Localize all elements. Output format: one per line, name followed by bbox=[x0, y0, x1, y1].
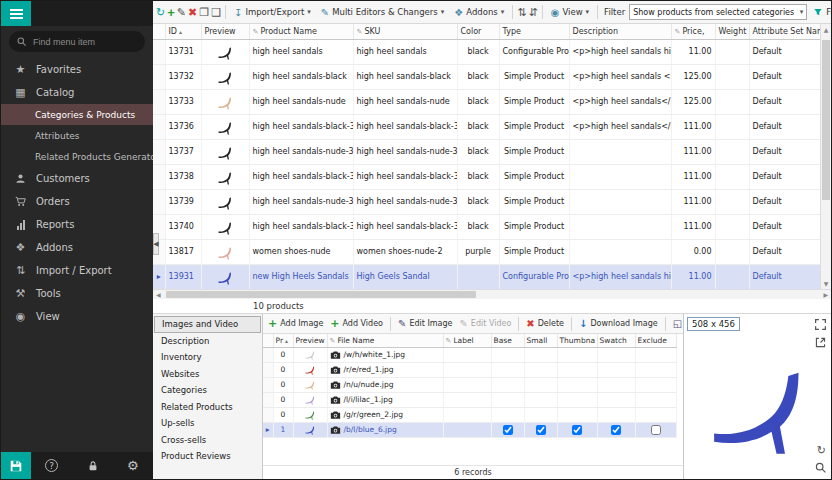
category-filter-select[interactable]: Show products from selected categories ▾ bbox=[629, 4, 807, 20]
horizontal-scrollbar[interactable]: ◀ ▶ bbox=[153, 289, 831, 299]
product-row[interactable]: 13817 women shoes-nude women shoes-nude-… bbox=[153, 239, 822, 264]
header-preview[interactable]: Preview bbox=[201, 24, 249, 39]
tab-description[interactable]: Description bbox=[153, 333, 262, 350]
image-row[interactable]: 0 /g/r/green_2.jpg bbox=[263, 407, 676, 422]
header-preview[interactable]: Preview bbox=[293, 334, 327, 347]
scroll-left-arrow[interactable]: ◀ bbox=[156, 291, 161, 298]
refresh-button[interactable]: ↻ bbox=[156, 4, 165, 21]
tab-websites[interactable]: Websites bbox=[153, 366, 262, 383]
addons-dropdown[interactable]: ❖ Addons ▾ bbox=[450, 6, 508, 19]
sidebar-item-import-export[interactable]: ⇅ Import / Export bbox=[1, 259, 153, 282]
settings-gear-icon[interactable]: ⚙ bbox=[127, 458, 139, 473]
view-dropdown[interactable]: ◉ View ▾ bbox=[547, 6, 593, 19]
swatch-checkbox[interactable] bbox=[611, 425, 621, 435]
sidebar-item-categories-products[interactable]: Categories & Products bbox=[1, 104, 153, 125]
sidebar-item-customers[interactable]: Customers bbox=[1, 167, 153, 190]
edit-image-button[interactable]: ✎ Edit Image bbox=[396, 318, 454, 329]
paste-button[interactable]: ❑ bbox=[211, 4, 221, 21]
product-row[interactable]: 13738 high heel sandals-black-37 high he… bbox=[153, 164, 822, 189]
product-row[interactable]: 13733 high heel sandals-nude high heel s… bbox=[153, 89, 822, 114]
tab-product-reviews[interactable]: Product Reviews bbox=[153, 448, 262, 465]
sort-ascending-button[interactable]: ⇅ bbox=[517, 4, 526, 21]
multi-editors-dropdown[interactable]: ✎ Multi Editors & Changers ▾ bbox=[317, 6, 448, 19]
tab-up-sells[interactable]: Up-sells bbox=[153, 415, 262, 432]
product-row-selected[interactable]: ▸ 13931 new High Heels Sandals High Geel… bbox=[153, 264, 822, 289]
header-weight[interactable]: Weight bbox=[715, 24, 749, 39]
product-row[interactable]: 13740 high heel sandals-black-38 high he… bbox=[153, 214, 822, 239]
add-product-button[interactable]: + bbox=[167, 4, 175, 21]
set-resize-rule-dropdown[interactable]: ◱ Set Resize Rule ▾ bbox=[671, 318, 683, 329]
lock-icon[interactable] bbox=[87, 460, 99, 472]
sidebar-item-related-products-generator[interactable]: Related Products Generator bbox=[1, 146, 153, 167]
tab-related-products[interactable]: Related Products bbox=[153, 399, 262, 416]
image-row[interactable]: 0 /l/i/lilac_1.jpg bbox=[263, 392, 676, 407]
header-file-name[interactable]: ✎File Name bbox=[327, 334, 443, 347]
tab-cross-sells[interactable]: Cross-sells bbox=[153, 432, 262, 449]
delete-product-button[interactable]: ✖ bbox=[188, 4, 197, 21]
header-small[interactable]: Small bbox=[524, 334, 557, 347]
header-color[interactable]: Color bbox=[457, 24, 499, 39]
delete-image-button[interactable]: ✖ Delete bbox=[524, 318, 566, 329]
panel-collapse-handle[interactable]: ◀ bbox=[153, 233, 159, 255]
expand-icon[interactable] bbox=[814, 318, 827, 331]
sidebar-item-orders[interactable]: Orders bbox=[1, 190, 153, 213]
sidebar-item-view[interactable]: ◉ View bbox=[1, 305, 153, 328]
add-video-button[interactable]: + Add Video bbox=[328, 317, 385, 330]
header-type[interactable]: Type bbox=[499, 24, 569, 39]
sidebar-item-reports[interactable]: Reports bbox=[1, 213, 153, 236]
sidebar-item-addons[interactable]: ❖ Addons bbox=[1, 236, 153, 259]
tab-categories[interactable]: Categories bbox=[153, 382, 262, 399]
zoom-icon[interactable] bbox=[814, 461, 827, 474]
edit-product-button[interactable]: ✎ bbox=[177, 4, 186, 21]
header-exclude[interactable]: Exclude bbox=[635, 334, 676, 347]
copy-button[interactable]: ❐ bbox=[199, 4, 209, 21]
header-base[interactable]: Base bbox=[491, 334, 524, 347]
menu-toggle-button[interactable] bbox=[1, 1, 31, 26]
open-external-icon[interactable] bbox=[814, 336, 827, 349]
exclude-checkbox[interactable] bbox=[651, 425, 661, 435]
header-attribute-set[interactable]: Attribute Set Name bbox=[749, 24, 822, 39]
sort-descending-button[interactable]: ⇵ bbox=[528, 4, 537, 21]
header-price[interactable]: ✎Price, bbox=[671, 24, 715, 39]
product-row[interactable]: 13736 high heel sandals-black-36 high he… bbox=[153, 114, 822, 139]
small-checkbox[interactable] bbox=[536, 425, 546, 435]
image-row[interactable]: 0 /n/u/nude.jpg bbox=[263, 377, 676, 392]
header-swatch[interactable]: Swatch bbox=[597, 334, 635, 347]
edit-video-button[interactable]: ✎ Edit Video bbox=[457, 318, 513, 329]
image-row[interactable]: 0 /r/e/red_1.jpg bbox=[263, 362, 676, 377]
download-image-button[interactable]: ↓ Download Image bbox=[577, 318, 660, 329]
sidebar-item-attributes[interactable]: Attributes bbox=[1, 125, 153, 146]
filters-button[interactable]: Filters ▾ bbox=[809, 6, 831, 18]
sidebar-item-tools[interactable]: ⚒ Tools bbox=[1, 282, 153, 305]
vertical-scroll-thumb[interactable] bbox=[822, 40, 830, 200]
sidebar-item-favorites[interactable]: ★ Favorites bbox=[1, 58, 153, 81]
product-row[interactable]: 13732 high heel sandals-black high heel … bbox=[153, 64, 822, 89]
tab-inventory[interactable]: Inventory bbox=[153, 349, 262, 366]
product-row[interactable]: 13737 high heel sandals-nude-36 high hee… bbox=[153, 139, 822, 164]
header-thumbnail[interactable]: Thumbna bbox=[557, 334, 597, 347]
tab-images-and-video[interactable]: Images and Video bbox=[154, 316, 261, 333]
help-icon[interactable]: ? bbox=[45, 459, 58, 472]
header-product-name[interactable]: ✎Product Name bbox=[249, 24, 353, 39]
add-image-button[interactable]: + Add Image bbox=[266, 317, 325, 330]
header-sku[interactable]: ✎SKU bbox=[353, 24, 457, 39]
image-row[interactable]: 0 /w/h/white_1.jpg bbox=[263, 347, 676, 362]
base-checkbox[interactable] bbox=[503, 425, 513, 435]
header-description[interactable]: Description bbox=[569, 24, 671, 39]
header-priority[interactable]: Pr▴ bbox=[273, 334, 293, 347]
product-row[interactable]: 13739 high heel sandals-nude-37 high hee… bbox=[153, 189, 822, 214]
horizontal-scroll-thumb[interactable] bbox=[166, 291, 476, 298]
product-row[interactable]: 13731 high heel sandals high heel sandal… bbox=[153, 39, 822, 64]
header-id[interactable]: ID▴ bbox=[165, 24, 201, 39]
scroll-up-arrow[interactable]: ▲ bbox=[824, 26, 829, 33]
scroll-down-arrow[interactable]: ▼ bbox=[824, 280, 829, 287]
image-row-selected[interactable]: ▸ 1 /b/l/blue_6.jpg bbox=[263, 422, 676, 437]
sidebar-item-catalog[interactable]: ▦ Catalog bbox=[1, 81, 153, 104]
refresh-preview-icon[interactable]: ↻ bbox=[817, 444, 826, 457]
header-label[interactable]: ✎Label bbox=[443, 334, 491, 347]
save-button[interactable] bbox=[1, 452, 31, 479]
thumbnail-checkbox[interactable] bbox=[572, 425, 582, 435]
menu-search-input[interactable] bbox=[33, 37, 138, 47]
scroll-right-arrow[interactable]: ▶ bbox=[823, 291, 828, 298]
import-export-dropdown[interactable]: ↧ Import/Export ▾ bbox=[230, 6, 315, 19]
